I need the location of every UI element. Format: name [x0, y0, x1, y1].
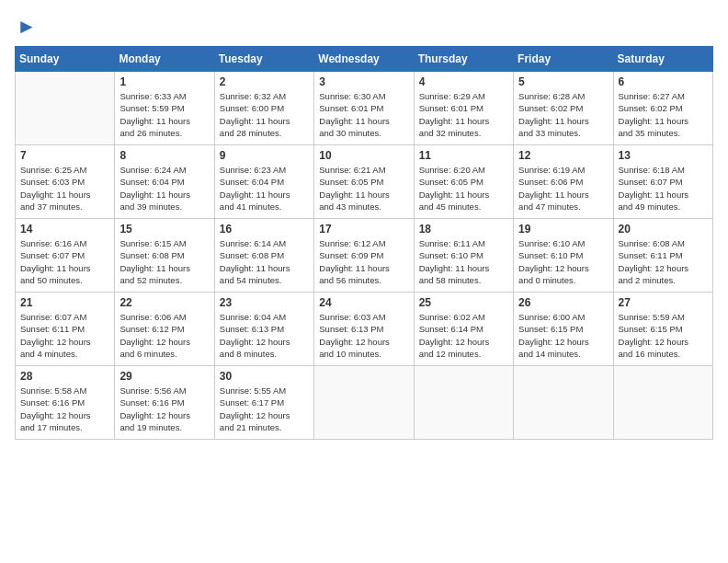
calendar-cell [414, 366, 513, 440]
day-info: Sunrise: 6:04 AM Sunset: 6:13 PM Dayligh… [220, 311, 309, 360]
day-info: Sunrise: 5:56 AM Sunset: 6:16 PM Dayligh… [119, 385, 209, 433]
calendar-cell: 11Sunrise: 6:20 AM Sunset: 6:05 PM Dayli… [414, 145, 513, 219]
day-number: 25 [419, 296, 508, 309]
calendar-cell: 22Sunrise: 6:06 AM Sunset: 6:12 PM Dayli… [115, 293, 214, 366]
calendar-cell: 28Sunrise: 5:58 AM Sunset: 6:16 PM Dayli… [16, 366, 115, 440]
day-info: Sunrise: 6:23 AM Sunset: 6:04 PM Dayligh… [220, 164, 309, 213]
page-header: ► [15, 15, 713, 39]
day-number: 3 [319, 75, 408, 88]
calendar-cell: 19Sunrise: 6:10 AM Sunset: 6:10 PM Dayli… [514, 219, 613, 293]
day-number: 6 [619, 75, 708, 88]
day-info: Sunrise: 6:32 AM Sunset: 6:00 PM Dayligh… [220, 90, 309, 139]
day-info: Sunrise: 6:28 AM Sunset: 6:02 PM Dayligh… [518, 90, 608, 139]
calendar-week-row: 28Sunrise: 5:58 AM Sunset: 6:16 PM Dayli… [16, 366, 713, 440]
day-number: 8 [119, 149, 209, 162]
calendar-cell: 9Sunrise: 6:23 AM Sunset: 6:04 PM Daylig… [214, 145, 313, 219]
day-number: 26 [518, 296, 608, 309]
calendar-cell: 7Sunrise: 6:25 AM Sunset: 6:03 PM Daylig… [16, 145, 115, 219]
day-number: 20 [619, 223, 708, 236]
day-info: Sunrise: 6:16 AM Sunset: 6:07 PM Dayligh… [20, 237, 109, 286]
calendar-cell: 1Sunrise: 6:33 AM Sunset: 5:59 PM Daylig… [115, 72, 214, 145]
day-header-monday: Monday [115, 47, 214, 72]
day-info: Sunrise: 6:07 AM Sunset: 6:11 PM Dayligh… [20, 311, 109, 360]
day-number: 4 [419, 75, 508, 88]
day-info: Sunrise: 6:15 AM Sunset: 6:08 PM Dayligh… [119, 237, 209, 286]
calendar-week-row: 14Sunrise: 6:16 AM Sunset: 6:07 PM Dayli… [16, 219, 713, 293]
day-number: 12 [518, 149, 608, 162]
day-info: Sunrise: 6:33 AM Sunset: 5:59 PM Dayligh… [119, 90, 209, 139]
day-info: Sunrise: 5:55 AM Sunset: 6:17 PM Dayligh… [220, 385, 309, 433]
calendar-cell: 24Sunrise: 6:03 AM Sunset: 6:13 PM Dayli… [314, 293, 414, 366]
day-header-wednesday: Wednesday [314, 47, 414, 72]
day-header-thursday: Thursday [414, 47, 513, 72]
day-info: Sunrise: 5:59 AM Sunset: 6:15 PM Dayligh… [619, 311, 708, 360]
day-number: 14 [20, 223, 109, 236]
day-number: 7 [20, 149, 109, 162]
calendar-cell: 2Sunrise: 6:32 AM Sunset: 6:00 PM Daylig… [214, 72, 313, 145]
day-info: Sunrise: 6:18 AM Sunset: 6:07 PM Dayligh… [619, 164, 708, 213]
day-info: Sunrise: 6:20 AM Sunset: 6:05 PM Dayligh… [419, 164, 508, 213]
day-info: Sunrise: 6:21 AM Sunset: 6:05 PM Dayligh… [319, 164, 408, 213]
calendar-cell: 25Sunrise: 6:02 AM Sunset: 6:14 PM Dayli… [414, 293, 513, 366]
calendar-cell: 17Sunrise: 6:12 AM Sunset: 6:09 PM Dayli… [314, 219, 414, 293]
calendar-week-row: 7Sunrise: 6:25 AM Sunset: 6:03 PM Daylig… [16, 145, 713, 219]
day-number: 17 [319, 223, 408, 236]
calendar-cell: 3Sunrise: 6:30 AM Sunset: 6:01 PM Daylig… [314, 72, 414, 145]
day-info: Sunrise: 6:24 AM Sunset: 6:04 PM Dayligh… [119, 164, 209, 213]
day-number: 23 [220, 296, 309, 309]
calendar-cell: 27Sunrise: 5:59 AM Sunset: 6:15 PM Dayli… [613, 293, 712, 366]
calendar-cell: 23Sunrise: 6:04 AM Sunset: 6:13 PM Dayli… [214, 293, 313, 366]
calendar-cell: 6Sunrise: 6:27 AM Sunset: 6:02 PM Daylig… [613, 72, 712, 145]
calendar-cell: 14Sunrise: 6:16 AM Sunset: 6:07 PM Dayli… [16, 219, 115, 293]
calendar-week-row: 21Sunrise: 6:07 AM Sunset: 6:11 PM Dayli… [16, 293, 713, 366]
day-info: Sunrise: 6:11 AM Sunset: 6:10 PM Dayligh… [419, 237, 508, 286]
day-number: 5 [518, 75, 608, 88]
day-info: Sunrise: 6:19 AM Sunset: 6:06 PM Dayligh… [518, 164, 608, 213]
day-number: 24 [319, 296, 408, 309]
day-number: 9 [220, 149, 309, 162]
calendar-cell [514, 366, 613, 440]
calendar-table: SundayMondayTuesdayWednesdayThursdayFrid… [15, 46, 713, 440]
day-header-sunday: Sunday [16, 47, 115, 72]
calendar-cell [613, 366, 712, 440]
day-number: 18 [419, 223, 508, 236]
day-info: Sunrise: 6:12 AM Sunset: 6:09 PM Dayligh… [319, 237, 408, 286]
calendar-cell: 10Sunrise: 6:21 AM Sunset: 6:05 PM Dayli… [314, 145, 414, 219]
calendar-cell: 21Sunrise: 6:07 AM Sunset: 6:11 PM Dayli… [16, 293, 115, 366]
day-info: Sunrise: 6:30 AM Sunset: 6:01 PM Dayligh… [319, 90, 408, 139]
calendar-cell: 8Sunrise: 6:24 AM Sunset: 6:04 PM Daylig… [115, 145, 214, 219]
day-number: 27 [619, 296, 708, 309]
calendar-cell: 30Sunrise: 5:55 AM Sunset: 6:17 PM Dayli… [214, 366, 313, 440]
calendar-cell: 13Sunrise: 6:18 AM Sunset: 6:07 PM Dayli… [613, 145, 712, 219]
calendar-cell: 20Sunrise: 6:08 AM Sunset: 6:11 PM Dayli… [613, 219, 712, 293]
day-info: Sunrise: 6:08 AM Sunset: 6:11 PM Dayligh… [619, 237, 708, 286]
calendar-cell [16, 72, 115, 145]
day-number: 16 [220, 223, 309, 236]
calendar-cell: 4Sunrise: 6:29 AM Sunset: 6:01 PM Daylig… [414, 72, 513, 145]
day-info: Sunrise: 6:27 AM Sunset: 6:02 PM Dayligh… [619, 90, 708, 139]
day-number: 29 [119, 370, 209, 383]
calendar-cell: 29Sunrise: 5:56 AM Sunset: 6:16 PM Dayli… [115, 366, 214, 440]
day-number: 11 [419, 149, 508, 162]
day-info: Sunrise: 6:03 AM Sunset: 6:13 PM Dayligh… [319, 311, 408, 360]
calendar-cell: 26Sunrise: 6:00 AM Sunset: 6:15 PM Dayli… [514, 293, 613, 366]
calendar-cell: 16Sunrise: 6:14 AM Sunset: 6:08 PM Dayli… [214, 219, 313, 293]
day-number: 1 [119, 75, 209, 88]
day-number: 21 [20, 296, 109, 309]
calendar-cell: 15Sunrise: 6:15 AM Sunset: 6:08 PM Dayli… [115, 219, 214, 293]
day-number: 10 [319, 149, 408, 162]
day-number: 15 [119, 223, 209, 236]
logo: ► [15, 15, 37, 39]
calendar-cell: 5Sunrise: 6:28 AM Sunset: 6:02 PM Daylig… [514, 72, 613, 145]
day-info: Sunrise: 6:14 AM Sunset: 6:08 PM Dayligh… [220, 237, 309, 286]
day-number: 13 [619, 149, 708, 162]
day-info: Sunrise: 6:29 AM Sunset: 6:01 PM Dayligh… [419, 90, 508, 139]
calendar-cell [314, 366, 414, 440]
day-header-tuesday: Tuesday [214, 47, 313, 72]
calendar-cell: 18Sunrise: 6:11 AM Sunset: 6:10 PM Dayli… [414, 219, 513, 293]
day-number: 22 [119, 296, 209, 309]
calendar-cell: 12Sunrise: 6:19 AM Sunset: 6:06 PM Dayli… [514, 145, 613, 219]
day-info: Sunrise: 5:58 AM Sunset: 6:16 PM Dayligh… [20, 385, 109, 433]
day-header-friday: Friday [514, 47, 613, 72]
day-info: Sunrise: 6:06 AM Sunset: 6:12 PM Dayligh… [119, 311, 209, 360]
